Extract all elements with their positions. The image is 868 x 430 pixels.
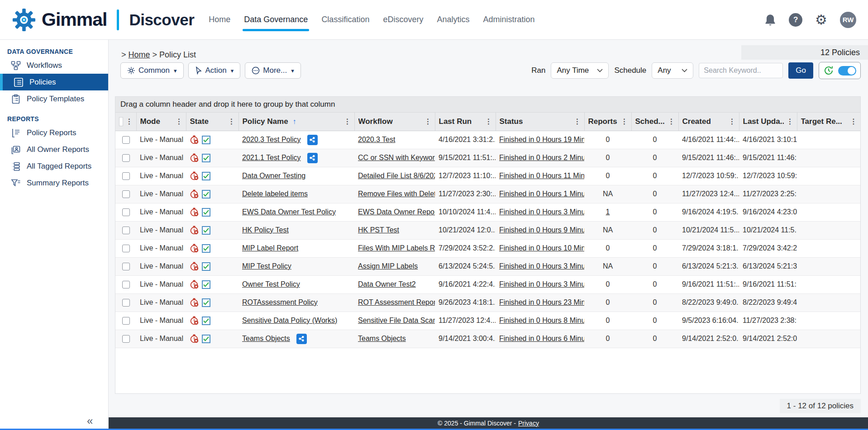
column-menu-icon[interactable]: ⋮ [225, 117, 235, 126]
column-menu-icon[interactable]: ⋮ [618, 117, 628, 126]
policy-name-link[interactable]: Owner Test Policy [242, 280, 300, 288]
sidebar-item-policy-reports[interactable]: Policy Reports [0, 124, 108, 141]
user-avatar[interactable]: RW [840, 12, 856, 28]
status-link[interactable]: Finished in 0 Hours 23 Minutes [499, 298, 584, 306]
policy-name-link[interactable]: MIP Test Policy [242, 262, 291, 270]
privacy-link[interactable]: Privacy [518, 420, 539, 427]
workflow-link[interactable]: HK PST Test [358, 226, 399, 234]
action-button[interactable]: Action ▾ [188, 62, 241, 79]
column-menu-icon[interactable]: ⋮ [482, 117, 492, 126]
common-button[interactable]: Common ▾ [120, 62, 184, 79]
workflow-link[interactable]: Data Owner Test2 [358, 280, 416, 288]
select-all-checkbox[interactable] [119, 117, 123, 126]
row-checkbox[interactable] [122, 190, 130, 198]
workflow-link[interactable]: Files With MIP Labels Repo [358, 244, 435, 252]
workflow-link[interactable]: ROT Assessment Report [358, 298, 435, 306]
policy-name-link[interactable]: ROTAssessment Policy [242, 298, 318, 307]
row-checkbox[interactable] [122, 245, 130, 252]
breadcrumb-home-link[interactable]: Home [129, 50, 150, 59]
column-menu-icon[interactable]: ⋮ [173, 117, 182, 126]
workflow-link[interactable]: CC or SSN with Keyword Co [358, 154, 435, 161]
sidebar-item-policy-templates[interactable]: Policy Templates [0, 90, 108, 107]
row-checkbox[interactable] [122, 208, 130, 216]
policy-name-link[interactable]: Delete labeled items [242, 190, 308, 198]
nav-classification[interactable]: Classification [321, 0, 369, 39]
schedule-filter-select[interactable]: Any [652, 62, 693, 79]
col-state[interactable]: State⋮ [186, 113, 238, 131]
nav-data-governance[interactable]: Data Governance [244, 0, 308, 39]
col-target-repository[interactable]: Target Re...⋮ [797, 113, 860, 131]
column-menu-icon[interactable]: ⋮ [784, 117, 793, 126]
workflow-link[interactable]: Sensitive File Data Scan [358, 317, 435, 324]
workflow-link[interactable]: Detailed File List 8/6/2020 I [358, 172, 435, 180]
status-link[interactable]: Finished in 0 Hours 11 Minutes [499, 172, 584, 180]
status-link[interactable]: Finished in 0 Hours 3 Minutes 3 [499, 208, 584, 216]
row-checkbox[interactable] [122, 172, 130, 180]
status-link[interactable]: Finished in 0 Hours 3 Minutes 2 [499, 280, 584, 288]
policy-name-link[interactable]: Teams Objects [242, 335, 290, 343]
col-created[interactable]: Created⋮ [678, 113, 739, 131]
ran-filter-select[interactable]: Any Time [551, 62, 609, 79]
column-menu-icon[interactable]: ⋮ [341, 117, 351, 126]
search-input[interactable] [699, 63, 783, 78]
row-checkbox[interactable] [122, 299, 130, 307]
workflow-link[interactable]: 2020.3 Test [358, 136, 395, 143]
share-icon[interactable] [307, 153, 318, 163]
status-link[interactable]: Finished in 0 Hours 10 Minutes [499, 244, 584, 252]
workflow-link[interactable]: Teams Objects [358, 335, 406, 342]
col-last-updated[interactable]: Last Upda...⋮ [739, 113, 797, 131]
sidebar-collapse-icon[interactable]: « [87, 415, 93, 427]
nav-home[interactable]: Home [209, 0, 230, 39]
col-workflow[interactable]: Workflow⋮ [354, 113, 435, 131]
status-link[interactable]: Finished in 0 Hours 6 Minutes 3 [499, 335, 584, 342]
column-menu-icon[interactable]: ⋮ [665, 117, 675, 126]
column-menu-icon[interactable]: ⋮ [571, 117, 581, 126]
policy-name-link[interactable]: EWS Data Owner Test Policy [242, 208, 336, 216]
more-button[interactable]: More... ▾ [245, 62, 300, 79]
nav-analytics[interactable]: Analytics [437, 0, 469, 39]
workflow-link[interactable]: Remove Files with Delete La [358, 190, 435, 198]
sidebar-item-workflows[interactable]: Workflows [0, 57, 108, 74]
sidebar-item-summary-reports[interactable]: Summary Reports [0, 175, 108, 191]
col-policy-name[interactable]: Policy Name↑⋮ [238, 113, 354, 131]
status-link[interactable]: Finished in 0 Hours 3 Minutes 5 [499, 262, 584, 270]
policy-name-link[interactable]: MIP Label Report [242, 244, 298, 252]
nav-administration[interactable]: Administration [483, 0, 534, 39]
sidebar-item-policies[interactable]: Policies [0, 74, 108, 90]
row-checkbox[interactable] [122, 281, 130, 288]
policy-name-link[interactable]: 2020.3 Test Policy [242, 136, 301, 144]
notifications-bell-icon[interactable] [764, 14, 776, 26]
brand-logo[interactable]: Gimmal Discover [12, 8, 194, 32]
column-menu-icon[interactable]: ⋮ [422, 117, 431, 126]
column-menu-icon[interactable]: ⋮ [847, 117, 857, 126]
nav-ediscovery[interactable]: eDiscovery [383, 0, 423, 39]
auto-refresh-toggle[interactable] [838, 66, 856, 76]
policy-name-link[interactable]: HK Policy Test [242, 226, 289, 234]
status-link[interactable]: Finished in 0 Hours 2 Minutes 5 [499, 154, 584, 161]
history-refresh-icon[interactable] [823, 65, 834, 76]
status-link[interactable]: Finished in 0 Hours 8 Minutes 1 [499, 317, 584, 324]
share-icon[interactable] [296, 334, 307, 344]
row-checkbox[interactable] [122, 154, 130, 162]
share-icon[interactable] [307, 135, 318, 145]
status-link[interactable]: Finished in 0 Hours 19 Minutes [499, 136, 584, 143]
column-menu-icon[interactable]: ⋮ [123, 117, 133, 126]
col-scheduled[interactable]: Sched...⋮ [631, 113, 678, 131]
col-last-run[interactable]: Last Run⋮ [435, 113, 496, 131]
col-reports[interactable]: Reports⋮ [584, 113, 631, 131]
row-checkbox[interactable] [122, 136, 130, 144]
status-link[interactable]: Finished in 0 Hours 9 Minutes 1 [499, 226, 584, 234]
col-status[interactable]: Status⋮ [496, 113, 584, 131]
policy-name-link[interactable]: Sensitive Data Policy (Works) [242, 317, 337, 325]
row-checkbox[interactable] [122, 227, 130, 234]
col-mode[interactable]: Mode⋮ [136, 113, 186, 131]
settings-gear-icon[interactable]: ⚙ [815, 13, 827, 27]
reports-value[interactable]: 1 [606, 208, 610, 216]
policy-name-link[interactable]: Data Owner Testing [242, 172, 305, 180]
help-icon[interactable]: ? [789, 13, 802, 27]
workflow-link[interactable]: EWS Data Owner Report [358, 208, 435, 216]
go-button[interactable]: Go [788, 62, 813, 79]
sidebar-item-all-owner-reports[interactable]: All Owner Reports [0, 141, 108, 158]
column-menu-icon[interactable]: ⋮ [726, 117, 735, 126]
sidebar-item-all-tagged-reports[interactable]: All Tagged Reports [0, 158, 108, 175]
